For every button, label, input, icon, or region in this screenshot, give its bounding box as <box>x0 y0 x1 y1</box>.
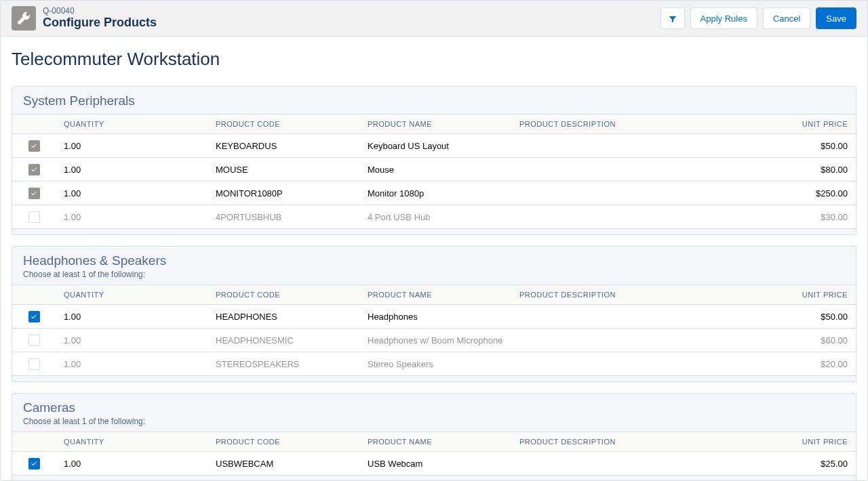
cell-unit-price: $60.00 <box>758 329 856 352</box>
cell-product-description <box>511 305 758 329</box>
col-quantity: QUANTITY <box>56 432 208 452</box>
row-checkbox[interactable] <box>28 358 40 370</box>
col-unit-price: UNIT PRICE <box>758 432 856 452</box>
page-header-title: Configure Products <box>43 16 157 30</box>
record-number: Q-00040 <box>43 6 157 16</box>
feature-footer <box>12 375 856 381</box>
cell-product-code: USBWEBCAM <box>208 452 359 476</box>
cell-product-description <box>511 205 758 229</box>
col-quantity: QUANTITY <box>56 285 208 305</box>
product-row: 1.00 USBWEBCAM USB Webcam $25.00 <box>12 452 856 476</box>
cell-quantity: 1.00 <box>56 182 208 205</box>
cell-product-description <box>511 329 758 352</box>
col-product-name: PRODUCT NAME <box>359 432 511 452</box>
col-product-name: PRODUCT NAME <box>359 114 511 134</box>
col-product-description: PRODUCT DESCRIPTION <box>511 432 758 452</box>
bundle-title: Telecommuter Workstation <box>1 37 867 86</box>
col-product-code: PRODUCT CODE <box>208 432 359 452</box>
cell-quantity: 1.00 <box>56 352 208 376</box>
product-row: 1.00 HEADPHONESMIC Headphones w/ Boom Mi… <box>12 329 856 352</box>
col-product-name: PRODUCT NAME <box>359 285 511 305</box>
apply-rules-button[interactable]: Apply Rules <box>690 7 757 29</box>
cell-product-code: STEREOSPEAKERS <box>208 352 359 376</box>
cell-product-code: HEADPHONES <box>208 305 359 329</box>
cell-unit-price: $30.00 <box>758 205 856 229</box>
cell-product-code: HEADPHONESMIC <box>208 329 359 352</box>
feature-title: Headphones & Speakers <box>23 253 845 268</box>
product-row: 1.00 KEYBOARDUS Keyboard US Layout $50.0… <box>12 134 856 158</box>
feature-group: Cameras Choose at least 1 of the followi… <box>12 393 856 480</box>
content-scroll[interactable]: Telecommuter Workstation System Peripher… <box>1 37 867 480</box>
product-row: 1.00 STEREOSPEAKERS Stereo Speakers $20.… <box>12 352 856 376</box>
row-checkbox[interactable] <box>28 335 40 346</box>
product-row: 1.00 MONITOR1080P Monitor 1080p $250.00 <box>12 182 856 205</box>
cell-product-name: USB Webcam <box>359 452 511 476</box>
cell-product-name: Monitor 1080p <box>359 182 511 205</box>
cell-product-name: Stereo Speakers <box>359 352 511 376</box>
col-quantity: QUANTITY <box>56 114 208 134</box>
cell-unit-price: $50.00 <box>758 134 856 158</box>
cell-product-code: KEYBOARDUS <box>208 134 359 158</box>
cell-unit-price: $80.00 <box>758 158 856 182</box>
row-checkbox <box>28 140 40 152</box>
feature-subtitle: Choose at least 1 of the following: <box>23 270 845 279</box>
product-row: 1.00 MOUSE Mouse $80.00 <box>12 158 856 182</box>
cell-product-description <box>511 134 758 158</box>
cell-quantity: 1.00 <box>56 305 208 329</box>
wrench-icon <box>12 6 36 30</box>
row-checkbox[interactable] <box>28 211 40 223</box>
filter-icon <box>668 13 677 23</box>
cell-unit-price: $20.00 <box>758 352 856 376</box>
feature-title: Cameras <box>23 400 845 415</box>
feature-footer <box>12 475 856 480</box>
cell-product-code: MOUSE <box>208 158 359 182</box>
cell-product-description <box>511 452 758 476</box>
feature-subtitle: Choose at least 1 of the following: <box>23 417 845 426</box>
cell-unit-price: $50.00 <box>758 305 856 329</box>
feature-header: System Peripherals <box>12 87 856 114</box>
row-checkbox[interactable] <box>28 311 40 322</box>
row-checkbox <box>28 164 40 175</box>
col-product-description: PRODUCT DESCRIPTION <box>511 114 758 134</box>
filter-button[interactable] <box>660 7 685 29</box>
cell-product-description <box>511 352 758 376</box>
product-row: 1.00 4PORTUSBHUB 4 Port USB Hub $30.00 <box>12 205 856 229</box>
cell-product-name: Headphones w/ Boom Microphone <box>359 329 511 352</box>
col-product-code: PRODUCT CODE <box>208 114 359 134</box>
save-button[interactable]: Save <box>816 7 856 29</box>
feature-group: System Peripherals QUANTITY PRODUCT CODE… <box>12 86 856 235</box>
feature-title: System Peripherals <box>23 93 845 108</box>
cell-quantity: 1.00 <box>56 134 208 158</box>
page-header: Q-00040 Configure Products Apply Rules C… <box>1 1 867 37</box>
cell-product-name: Keyboard US Layout <box>359 134 511 158</box>
cell-product-description <box>511 158 758 182</box>
cell-product-description <box>511 182 758 205</box>
cell-product-name: Mouse <box>359 158 511 182</box>
header-actions: Apply Rules Cancel Save <box>660 7 856 29</box>
feature-footer <box>12 228 856 234</box>
col-unit-price: UNIT PRICE <box>758 285 856 305</box>
cell-product-name: 4 Port USB Hub <box>359 205 511 229</box>
col-product-description: PRODUCT DESCRIPTION <box>511 285 758 305</box>
feature-header: Headphones & Speakers Choose at least 1 … <box>12 247 856 285</box>
row-checkbox[interactable] <box>28 458 40 469</box>
cell-unit-price: $25.00 <box>758 452 856 476</box>
cell-quantity: 1.00 <box>56 158 208 182</box>
feature-header: Cameras Choose at least 1 of the followi… <box>12 394 856 432</box>
cell-quantity: 1.00 <box>56 452 208 476</box>
cell-quantity: 1.00 <box>56 205 208 229</box>
cell-product-code: MONITOR1080P <box>208 182 359 205</box>
cancel-button[interactable]: Cancel <box>763 7 810 29</box>
cell-product-code: 4PORTUSBHUB <box>208 205 359 229</box>
feature-group: Headphones & Speakers Choose at least 1 … <box>12 246 856 382</box>
product-row: 1.00 HEADPHONES Headphones $50.00 <box>12 305 856 329</box>
col-product-code: PRODUCT CODE <box>208 285 359 305</box>
cell-quantity: 1.00 <box>56 329 208 352</box>
row-checkbox <box>28 188 40 199</box>
cell-product-name: Headphones <box>359 305 511 329</box>
cell-unit-price: $250.00 <box>758 182 856 205</box>
col-unit-price: UNIT PRICE <box>758 114 856 134</box>
